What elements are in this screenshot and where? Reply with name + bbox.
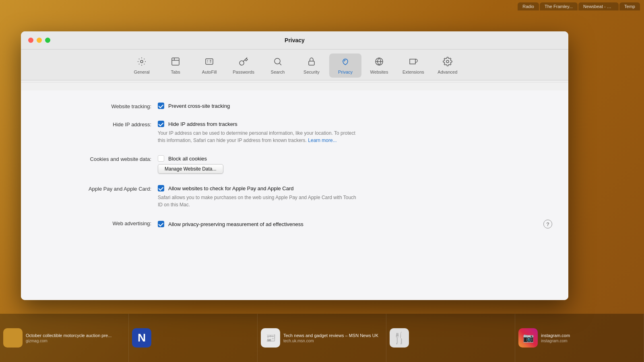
web-adv-inline: Allow privacy-preserving measurement of … (158, 221, 303, 227)
tab-tabs[interactable]: Tabs (159, 53, 192, 78)
thumb-msn-title: Tech news and gadget reviews – MSN News … (283, 333, 378, 338)
security-icon (307, 57, 316, 68)
toolbar: General Tabs AutoFill (21, 49, 568, 80)
svg-rect-4 (309, 61, 314, 65)
hide-ip-checkbox[interactable] (158, 121, 164, 127)
hide-ip-inline: Hide IP address from trackers (158, 121, 359, 127)
thumb-msn-icon: 📰 (261, 328, 280, 348)
block-cookies-text: Block all cookies (168, 156, 207, 162)
apple-pay-text: Allow websites to check for Apple Pay an… (168, 185, 293, 191)
tab-security[interactable]: Security (295, 53, 328, 78)
tab-extensions[interactable]: Extensions (397, 53, 430, 78)
hide-ip-desc: Your IP address can be used to determine… (158, 130, 359, 144)
tab-websites[interactable]: Websites (363, 53, 395, 78)
tab-framley[interactable]: The Framley... (540, 2, 578, 10)
thumb-empty[interactable]: 🍴 (386, 314, 515, 362)
cookies-row: Cookies and website data: Block all cook… (45, 155, 552, 174)
passwords-label: Passwords (233, 70, 254, 74)
apple-pay-desc: Safari allows you to make purchases on t… (158, 194, 359, 208)
web-advertising-row: Web advertising: Allow privacy-preservin… (45, 220, 552, 228)
tabs-icon (171, 57, 180, 68)
svg-point-0 (140, 60, 143, 63)
svg-point-3 (275, 58, 280, 64)
tab-newsbeat[interactable]: Newsbeat - Optimiz... (578, 2, 619, 10)
thumb-gizmag[interactable]: October collectible motorcycle auction p… (0, 314, 129, 362)
web-adv-checkbox[interactable] (158, 221, 164, 227)
autofill-icon (204, 57, 214, 68)
maximize-button[interactable] (45, 38, 50, 43)
web-advertising-inline: Allow privacy-preserving measurement of … (158, 220, 552, 228)
autofill-label: AutoFill (202, 70, 217, 74)
web-advertising-control: Allow privacy-preserving measurement of … (158, 220, 552, 228)
tab-general[interactable]: General (126, 53, 158, 78)
apple-pay-control: Allow websites to check for Apple Pay an… (158, 185, 359, 208)
tab-radio[interactable]: Radio (518, 2, 539, 10)
thumb-instagram-icon: 📷 (518, 328, 538, 348)
prevent-tracking-checkbox[interactable] (158, 103, 164, 109)
hide-ip-text: Hide IP address from trackers (168, 121, 237, 127)
privacy-icon (341, 57, 350, 68)
extensions-label: Extensions (402, 70, 424, 74)
passwords-icon (239, 57, 248, 68)
close-button[interactable] (28, 38, 33, 43)
svg-rect-2 (206, 59, 213, 64)
browser-tabs: Radio The Framley... Newsbeat - Optimiz.… (514, 0, 644, 10)
prevent-tracking-text: Prevent cross-site tracking (168, 103, 230, 109)
tabs-label: Tabs (171, 70, 180, 74)
thumb-n[interactable]: N (129, 314, 258, 362)
minimize-button[interactable] (37, 38, 42, 43)
tab-autofill[interactable]: AutoFill (193, 53, 225, 78)
svg-rect-1 (172, 58, 179, 65)
general-label: General (134, 70, 150, 74)
security-label: Security (303, 70, 320, 74)
title-bar: Privacy (21, 31, 568, 49)
settings-content: Website tracking: Prevent cross-site tra… (21, 90, 568, 300)
window-controls (28, 38, 50, 43)
tab-passwords[interactable]: Passwords (227, 53, 260, 78)
toolbar-divider (21, 82, 568, 82)
advanced-icon (443, 57, 452, 68)
tab-privacy[interactable]: Privacy (329, 53, 361, 78)
thumb-msn-url: tech.uk.msn.com (283, 339, 378, 343)
hide-ip-control: Hide IP address from trackers Your IP ad… (158, 121, 359, 144)
extensions-icon (409, 57, 418, 68)
tab-temp[interactable]: Temp (619, 2, 640, 10)
manage-data-button-wrapper: Manage Website Data... (158, 164, 223, 174)
privacy-label: Privacy (338, 70, 353, 74)
thumb-gizmag-url: gizmag.com (26, 339, 111, 343)
hide-ip-row: Hide IP address: Hide IP address from tr… (45, 121, 552, 144)
cookies-inline: Block all cookies (158, 155, 223, 162)
svg-point-6 (446, 60, 449, 63)
apple-pay-inline: Allow websites to check for Apple Pay an… (158, 185, 359, 191)
manage-website-data-button[interactable]: Manage Website Data... (158, 164, 223, 174)
thumb-instagram-title: instagram.com (541, 333, 570, 338)
apple-pay-checkbox[interactable] (158, 185, 164, 191)
thumb-n-icon: N (132, 328, 151, 348)
thumb-instagram-url: instagram.com (541, 339, 570, 343)
cookies-control: Block all cookies Manage Website Data... (158, 155, 223, 174)
block-cookies-checkbox[interactable] (158, 155, 164, 162)
learn-more-link[interactable]: Learn more... (308, 138, 336, 143)
thumb-empty-icon: 🍴 (390, 328, 409, 348)
general-icon (137, 57, 147, 68)
bottom-thumbnails: October collectible motorcycle auction p… (0, 314, 644, 362)
thumb-instagram[interactable]: 📷 instagram.com instagram.com (515, 314, 644, 362)
search-label: Search (271, 70, 285, 74)
safari-window: Privacy General Tabs (21, 31, 568, 300)
thumb-gizmag-title: October collectible motorcycle auction p… (26, 333, 111, 338)
apple-pay-label: Apple Pay and Apple Card: (45, 185, 158, 192)
help-button[interactable]: ? (543, 220, 552, 228)
tab-advanced[interactable]: Advanced (431, 53, 464, 78)
thumb-gizmag-icon (3, 328, 23, 348)
apple-pay-row: Apple Pay and Apple Card: Allow websites… (45, 185, 552, 208)
websites-label: Websites (370, 70, 388, 74)
tab-search[interactable]: Search (262, 53, 294, 78)
website-tracking-control: Prevent cross-site tracking (158, 103, 230, 109)
cookies-label: Cookies and website data: (45, 155, 158, 162)
website-tracking-label: Website tracking: (45, 103, 158, 109)
website-tracking-inline: Prevent cross-site tracking (158, 103, 230, 109)
web-advertising-label: Web advertising: (45, 220, 158, 226)
hide-ip-label: Hide IP address: (45, 121, 158, 128)
website-tracking-row: Website tracking: Prevent cross-site tra… (45, 103, 552, 109)
thumb-msn[interactable]: 📰 Tech news and gadget reviews – MSN New… (258, 314, 386, 362)
